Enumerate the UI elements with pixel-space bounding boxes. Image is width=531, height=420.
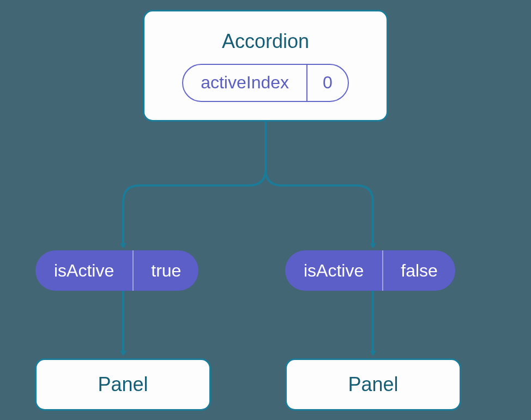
prop-value-left: true: [134, 250, 198, 291]
panel-label-right: Panel: [348, 373, 398, 396]
panel-box-left: Panel: [35, 358, 211, 411]
prop-name-right: isActive: [285, 250, 383, 291]
prop-value-right: false: [383, 250, 455, 291]
prop-name-left: isActive: [35, 250, 134, 291]
panel-box-right: Panel: [285, 358, 461, 411]
panel-label-left: Panel: [98, 373, 148, 396]
prop-pill-right: isActive false: [285, 250, 455, 291]
branch-connector: [0, 0, 531, 420]
prop-pill-left: isActive true: [35, 250, 198, 291]
